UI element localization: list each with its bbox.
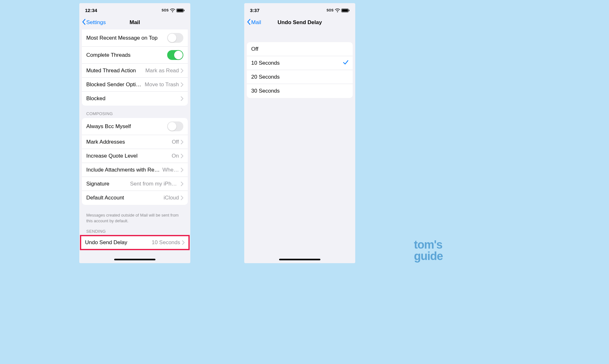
- row-value: Off: [170, 139, 179, 145]
- row-label: Undo Send Delay: [85, 239, 150, 246]
- threading-group: Most Recent Message on TopComplete Threa…: [82, 29, 188, 106]
- toggle-switch[interactable]: [167, 50, 183, 60]
- option-off[interactable]: Off: [247, 42, 353, 56]
- row-value: Mark as Read: [143, 68, 179, 74]
- back-label: Settings: [86, 19, 106, 26]
- section-header-composing: COMPOSING: [79, 111, 190, 118]
- status-bar: 3:37 SOS: [244, 3, 355, 16]
- row-value: 10 Seconds: [150, 239, 180, 246]
- wifi-icon: [335, 9, 340, 12]
- status-bar: 12:34 SOS: [79, 3, 190, 16]
- toggle-switch[interactable]: [167, 121, 183, 131]
- status-time: 3:37: [250, 8, 259, 13]
- options-scroll[interactable]: Off10 Seconds20 Seconds30 Seconds: [244, 29, 355, 259]
- row-complete-threads[interactable]: Complete Threads: [82, 47, 188, 64]
- row-label: Complete Threads: [86, 52, 167, 58]
- row-default-account[interactable]: Default AccountiCloud: [82, 191, 188, 205]
- toggle-switch[interactable]: [167, 33, 183, 43]
- chevron-right-icon: [181, 68, 183, 73]
- default-account-footer: Messages created outside of Mail will be…: [79, 211, 190, 229]
- option-label: 30 Seconds: [251, 88, 348, 94]
- chevron-right-icon: [181, 140, 183, 144]
- back-label: Mail: [251, 19, 261, 26]
- composing-group: Always Bcc MyselfMark AddressesOffIncrea…: [82, 118, 188, 205]
- row-label: Muted Thread Action: [86, 68, 143, 74]
- option-20-seconds[interactable]: 20 Seconds: [247, 70, 353, 84]
- chevron-left-icon: [82, 19, 86, 27]
- chevron-right-icon: [181, 96, 183, 101]
- status-time: 12:34: [85, 8, 97, 13]
- option-10-seconds[interactable]: 10 Seconds: [247, 56, 353, 70]
- battery-icon: [341, 9, 350, 12]
- undo-send-delay-screen: 3:37 SOS Mail Undo Send Delay Off10 Seco…: [244, 3, 355, 263]
- row-label: Most Recent Message on Top: [86, 35, 167, 41]
- undo-send-highlight: Undo Send Delay10 Seconds: [81, 236, 189, 250]
- option-label: Off: [251, 46, 348, 52]
- back-button[interactable]: Mail: [247, 19, 261, 27]
- wifi-icon: [170, 9, 175, 12]
- row-muted-thread-action[interactable]: Muted Thread ActionMark as Read: [82, 64, 188, 78]
- sos-indicator: SOS: [326, 9, 334, 12]
- row-value: Whe…: [160, 167, 179, 173]
- row-undo-send-delay[interactable]: Undo Send Delay10 Seconds: [81, 236, 189, 250]
- chevron-right-icon: [181, 182, 183, 186]
- checkmark-icon: [343, 60, 348, 66]
- option-label: 20 Seconds: [251, 74, 348, 80]
- svg-rect-5: [349, 10, 350, 11]
- row-signature[interactable]: SignatureSent from my iPhone: [82, 177, 188, 191]
- watermark-logo: tom's guide: [414, 239, 443, 262]
- row-label: Include Attachments with Replies: [86, 167, 160, 173]
- row-value: iCloud: [162, 195, 179, 201]
- row-label: Default Account: [86, 195, 162, 201]
- chevron-right-icon: [181, 154, 183, 158]
- row-value: Sent from my iPhone: [128, 181, 179, 187]
- battery-icon: [176, 9, 185, 12]
- home-indicator[interactable]: [279, 259, 320, 260]
- sos-indicator: SOS: [161, 9, 169, 12]
- row-increase-quote-level[interactable]: Increase Quote LevelOn: [82, 149, 188, 163]
- chevron-right-icon: [182, 240, 185, 245]
- home-indicator[interactable]: [114, 259, 155, 260]
- settings-scroll[interactable]: Most Recent Message on TopComplete Threa…: [79, 29, 190, 259]
- nav-bar: Mail Undo Send Delay: [244, 16, 355, 29]
- row-label: Blocked Sender Options: [86, 81, 143, 88]
- option-label: 10 Seconds: [251, 60, 341, 66]
- svg-rect-4: [342, 9, 348, 12]
- nav-bar: Settings Mail: [79, 16, 190, 29]
- row-label: Blocked: [86, 95, 179, 102]
- chevron-right-icon: [181, 82, 183, 87]
- svg-rect-2: [184, 10, 185, 11]
- row-label: Signature: [86, 181, 128, 187]
- row-value: On: [170, 153, 179, 159]
- chevron-left-icon: [247, 19, 251, 27]
- chevron-right-icon: [181, 196, 183, 200]
- delay-options-group: Off10 Seconds20 Seconds30 Seconds: [247, 42, 353, 98]
- row-blocked[interactable]: Blocked: [82, 92, 188, 106]
- row-mark-addresses[interactable]: Mark AddressesOff: [82, 135, 188, 149]
- row-label: Mark Addresses: [86, 139, 170, 145]
- row-always-bcc-myself[interactable]: Always Bcc Myself: [82, 118, 188, 135]
- row-blocked-sender-options[interactable]: Blocked Sender OptionsMove to Trash: [82, 78, 188, 92]
- back-button[interactable]: Settings: [82, 19, 106, 27]
- mail-settings-screen: 12:34 SOS Settings Mail Most Recent Mess…: [79, 3, 190, 263]
- row-value: Move to Trash: [143, 81, 179, 88]
- row-most-recent-message-on-top[interactable]: Most Recent Message on Top: [82, 29, 188, 47]
- row-include-attachments-with-replies[interactable]: Include Attachments with RepliesWhe…: [82, 163, 188, 177]
- section-header-sending: SENDING: [79, 229, 190, 236]
- chevron-right-icon: [181, 168, 183, 172]
- row-label: Increase Quote Level: [86, 153, 170, 159]
- svg-rect-1: [177, 9, 183, 12]
- option-30-seconds[interactable]: 30 Seconds: [247, 84, 353, 98]
- row-label: Always Bcc Myself: [86, 123, 167, 130]
